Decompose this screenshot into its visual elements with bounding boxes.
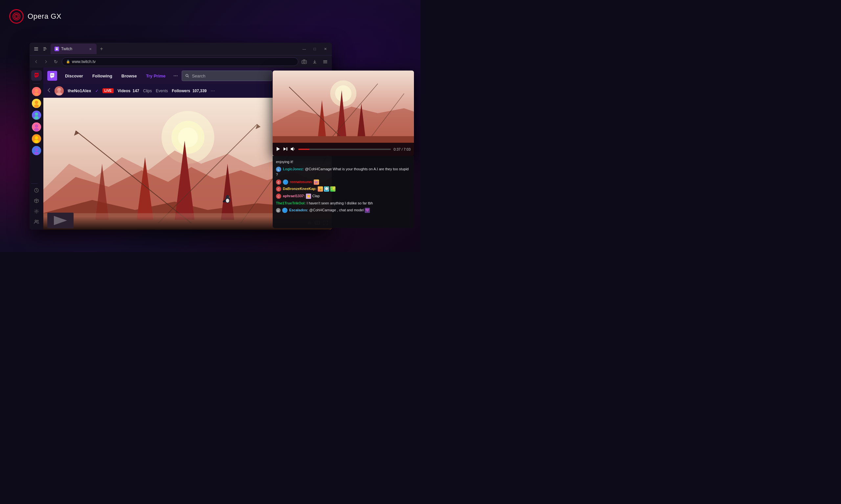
pip-volume-btn[interactable]: [290, 147, 296, 152]
sidebar-settings-icon[interactable]: [31, 206, 42, 217]
sidebar-twitch-icon[interactable]: [31, 70, 42, 81]
pip-progress-bar[interactable]: [298, 149, 391, 150]
svg-rect-5: [44, 47, 46, 48]
maximize-btn[interactable]: □: [311, 45, 319, 53]
chat-message-2: L LogicJonez: @CohHCarnage What is your …: [276, 166, 411, 178]
channel-more-btn[interactable]: ···: [210, 88, 215, 94]
svg-point-81: [335, 85, 351, 102]
svg-point-36: [36, 211, 37, 212]
svg-point-27: [35, 124, 38, 128]
twitch-search-bar[interactable]: Search: [182, 71, 272, 81]
svg-marker-93: [291, 147, 293, 151]
svg-point-33: [35, 148, 38, 151]
twitch-logo[interactable]: [47, 71, 57, 81]
address-bar: ↻ 🔒 www.twitch.tv: [30, 55, 332, 68]
svg-rect-4: [34, 50, 38, 51]
sidebar-history-icon[interactable]: [31, 185, 42, 196]
svg-point-30: [35, 136, 38, 140]
svg-rect-9: [57, 48, 57, 49]
svg-point-19: [34, 92, 39, 96]
nav-browse[interactable]: Browse: [118, 72, 141, 80]
thumbnail-1[interactable]: [47, 213, 73, 228]
emoji-4: ✨: [330, 186, 336, 192]
url-bar[interactable]: 🔒 www.twitch.tv: [62, 57, 298, 66]
svg-point-43: [57, 88, 61, 92]
svg-rect-6: [44, 49, 47, 49]
back-btn[interactable]: [32, 58, 40, 66]
camera-icon[interactable]: [300, 58, 308, 66]
pip-play-btn[interactable]: [276, 147, 280, 152]
svg-point-18: [35, 89, 38, 92]
svg-rect-92: [287, 147, 288, 150]
forward-btn[interactable]: [42, 58, 50, 66]
svg-point-11: [303, 61, 305, 63]
sidebar-people-icon[interactable]: [31, 217, 42, 227]
followers-count: 107,339: [192, 89, 207, 93]
sidebar-avatar-3[interactable]: [32, 111, 41, 120]
pip-progress-fill: [298, 149, 309, 150]
sidebar-avatar-1[interactable]: [32, 87, 41, 96]
tab-bar: Twitch ✕ +: [51, 43, 299, 54]
svg-rect-2: [34, 47, 38, 48]
svg-rect-13: [323, 61, 327, 62]
videos-stat[interactable]: Videos 147: [118, 89, 139, 93]
channel-name[interactable]: theNo1Alex: [68, 88, 91, 93]
chat-message-6: The1TrueTrikOol: I haven't seen anything…: [276, 200, 411, 206]
svg-point-45: [58, 90, 59, 91]
opera-logo-area: Opera GX: [9, 9, 62, 24]
title-bar: Twitch ✕ + — □ ✕: [30, 43, 332, 55]
verified-icon: ✓: [95, 89, 99, 93]
refresh-btn[interactable]: ↻: [52, 58, 60, 66]
svg-marker-91: [284, 147, 286, 150]
emoji-6: 💜: [365, 208, 370, 213]
emoji-3: 💬: [324, 186, 329, 192]
svg-point-50: [178, 127, 198, 147]
svg-point-67: [226, 199, 229, 203]
svg-point-46: [60, 90, 61, 91]
url-text: www.twitch.tv: [72, 59, 96, 64]
prev-channel-btn[interactable]: [47, 88, 51, 94]
sidebar-toggle-btn[interactable]: [32, 45, 40, 53]
opera-gx-label: Opera GX: [28, 12, 62, 21]
svg-rect-15: [35, 74, 36, 75]
sidebar-avatar-4[interactable]: [32, 122, 41, 131]
svg-text:🔷: 🔷: [283, 209, 287, 213]
svg-text:E: E: [277, 209, 279, 212]
browser-sidebar: [30, 68, 44, 230]
lock-icon: 🔒: [66, 60, 70, 63]
menu-icon[interactable]: [321, 58, 329, 66]
svg-text:C: C: [278, 195, 280, 198]
svg-text:C: C: [278, 188, 280, 191]
tab-close-btn[interactable]: ✕: [88, 47, 93, 51]
pip-skip-btn[interactable]: [283, 147, 288, 152]
svg-point-31: [34, 140, 39, 143]
nav-more-btn[interactable]: ···: [171, 72, 181, 80]
events-stat[interactable]: Events: [156, 89, 168, 93]
svg-text:🔷: 🔷: [284, 180, 288, 184]
nav-try-prime[interactable]: Try Prime: [142, 72, 170, 80]
sidebar-avatar-5[interactable]: [32, 134, 41, 143]
sidebar-divider-1: [33, 83, 40, 84]
svg-point-38: [37, 220, 38, 221]
svg-point-34: [34, 151, 39, 155]
history-nav-btn[interactable]: [41, 45, 49, 53]
sidebar-cube-icon[interactable]: [31, 196, 42, 206]
svg-rect-39: [51, 74, 52, 76]
nav-following[interactable]: Following: [88, 72, 116, 80]
tab-title: Twitch: [61, 47, 72, 51]
download-icon[interactable]: [311, 58, 319, 66]
sidebar-divider-2: [31, 183, 38, 184]
followers-label: Followers: [172, 89, 190, 93]
new-tab-btn[interactable]: +: [97, 44, 106, 53]
clips-stat[interactable]: Clips: [143, 89, 152, 93]
nav-discover[interactable]: Discover: [61, 72, 87, 80]
minimize-btn[interactable]: —: [300, 45, 308, 53]
sidebar-avatar-6[interactable]: [32, 146, 41, 155]
chat-message-4: C DaBronzeKneeKap: 😸 💬 ✨: [276, 186, 411, 192]
svg-point-0: [14, 14, 19, 19]
followers-stat[interactable]: Followers 107,339: [172, 89, 207, 93]
close-btn[interactable]: ✕: [321, 45, 329, 53]
sidebar-avatar-2[interactable]: [32, 99, 41, 108]
svg-point-41: [186, 74, 188, 77]
tab-twitch[interactable]: Twitch ✕: [51, 43, 97, 54]
